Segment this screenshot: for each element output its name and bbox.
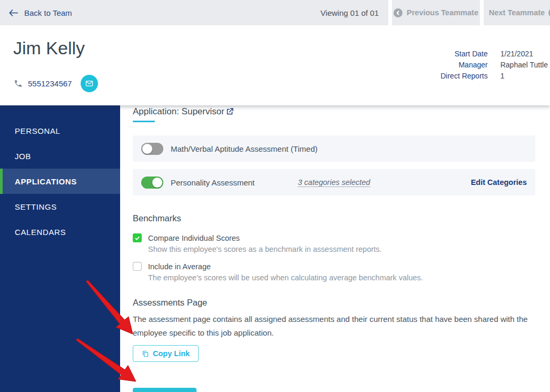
top-bar-main-segment: Back to Team Viewing 01 of 01: [0, 0, 388, 25]
sidebar-item-settings[interactable]: SETTINGS: [0, 194, 120, 219]
check-row: Compare Individual Scores: [133, 233, 535, 242]
viewing-count-label: Viewing 01 of 01: [320, 8, 380, 17]
application-title: Application: Supervisor: [133, 106, 535, 117]
phone-icon: [14, 79, 23, 88]
application-title-text: Application: Supervisor: [133, 106, 224, 117]
math-verbal-toggle-off[interactable]: [141, 143, 163, 155]
sidebar-item-job[interactable]: JOB: [0, 143, 120, 169]
employee-header: Jim Kelly 5551234567 Start Date 1/21/202…: [0, 25, 550, 105]
copy-icon: [142, 350, 149, 358]
next-teammate-button[interactable]: Next Teammate: [484, 0, 550, 25]
benchmarks-heading: Benchmarks: [133, 213, 535, 223]
sidebar-item-calendars[interactable]: CALENDARS: [0, 219, 120, 244]
sidebar-item-personal[interactable]: PERSONAL: [0, 118, 120, 143]
previous-teammate-label: Previous Teammate: [407, 8, 478, 17]
top-bar-divider: [388, 0, 392, 25]
toggle-knob: [142, 144, 152, 154]
update-user-button[interactable]: Update User: [133, 388, 197, 392]
include-in-average-label: Include in Average: [148, 262, 211, 271]
back-to-team-button[interactable]: Back to Team: [8, 8, 72, 17]
info-value: Raphael Tuttle: [488, 60, 548, 71]
phone-number: 5551234567: [28, 79, 72, 88]
compare-individual-scores-label: Compare Individual Scores: [148, 234, 240, 242]
employee-name: Jim Kelly: [13, 38, 85, 58]
copy-link-button[interactable]: Copy Link: [133, 345, 199, 362]
personality-toggle-on[interactable]: [141, 177, 163, 189]
employee-profile-page: Back to Team Viewing 01 of 01 Previous T…: [0, 0, 550, 392]
info-value: 1: [488, 71, 546, 82]
phone-row: 5551234567: [14, 75, 98, 92]
include-in-average-group: Include in Average The employee's scores…: [133, 262, 535, 282]
info-label: Direct Reports: [409, 71, 488, 82]
previous-teammate-button[interactable]: Previous Teammate: [392, 0, 480, 25]
info-row-manager: Manager Raphael Tuttle: [409, 60, 548, 71]
external-link-icon[interactable]: [224, 107, 234, 116]
copy-link-label: Copy Link: [153, 349, 190, 358]
sidebar-nav: PERSONAL JOB APPLICATIONS SETTINGS CALEN…: [0, 105, 120, 392]
info-row-start-date: Start Date 1/21/2021: [409, 48, 548, 60]
compare-individual-scores-checkbox[interactable]: [133, 233, 142, 242]
info-label: Start Date: [409, 48, 488, 60]
applications-panel: Application: Supervisor Math/Verbal Apti…: [120, 105, 550, 392]
back-to-team-label: Back to Team: [24, 8, 72, 17]
assessments-page-description: The assessment page contains all assigne…: [133, 312, 539, 340]
assessments-page-heading: Assessments Page: [133, 298, 535, 308]
include-in-average-checkbox[interactable]: [133, 262, 142, 271]
envelope-icon: [85, 79, 94, 88]
email-button[interactable]: [81, 75, 98, 92]
employee-info-block: Start Date 1/21/2021 Manager Raphael Tut…: [409, 48, 548, 82]
checkmark-icon: [134, 236, 140, 241]
personality-assessment-row: Personality Assessment 3 categories sele…: [133, 169, 535, 195]
info-label: Manager: [409, 60, 488, 71]
info-value: 1/21/2021: [488, 48, 546, 60]
math-verbal-label: Math/Verbal Aptitude Assessment (Timed): [171, 144, 318, 153]
compare-individual-scores-group: Compare Individual Scores Show this empl…: [133, 233, 535, 253]
include-in-average-description: The employee's scores will be used when …: [148, 273, 535, 282]
row-left: Math/Verbal Aptitude Assessment (Timed): [141, 143, 318, 155]
personality-label: Personality Assessment: [171, 178, 254, 187]
copy-link-wrap: Copy Link: [133, 345, 535, 362]
edit-categories-link[interactable]: Edit Categories: [471, 178, 527, 187]
top-bar: Back to Team Viewing 01 of 01 Previous T…: [0, 0, 550, 25]
update-user-wrap: Update User: [133, 388, 535, 392]
chevron-left-circle-icon: [394, 8, 402, 17]
active-tab-underline: [133, 121, 155, 122]
assessment-toggle-rows: Math/Verbal Aptitude Assessment (Timed) …: [133, 135, 535, 195]
top-bar-divider: [480, 0, 484, 25]
info-row-direct-reports: Direct Reports 1: [409, 71, 548, 82]
categories-selected-link[interactable]: 3 categories selected: [298, 178, 370, 187]
back-arrow-icon: [8, 9, 18, 17]
compare-individual-scores-description: Show this employee's scores as a benchma…: [148, 245, 535, 253]
sidebar-item-applications[interactable]: APPLICATIONS: [0, 169, 120, 194]
toggle-knob: [152, 178, 162, 188]
next-teammate-label: Next Teammate: [489, 8, 545, 17]
row-left: Personality Assessment: [141, 177, 254, 189]
math-verbal-assessment-row: Math/Verbal Aptitude Assessment (Timed): [133, 135, 535, 162]
check-row: Include in Average: [133, 262, 535, 271]
